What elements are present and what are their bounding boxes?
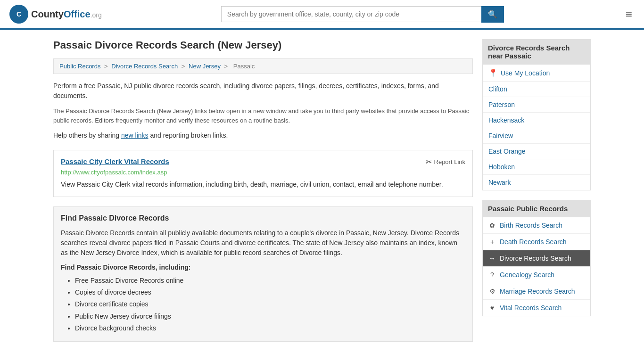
- description-1: Perform a free Passaic, NJ public divorc…: [53, 81, 473, 101]
- nearby-location-link[interactable]: Hoboken: [488, 163, 515, 171]
- find-passaic-list: Free Passaic Divorce Records onlineCopie…: [61, 275, 465, 334]
- nearby-location-link[interactable]: East Orange: [488, 148, 526, 155]
- nearby-location-item: Paterson: [483, 97, 590, 113]
- logo-text: CountyOffice.org: [31, 9, 102, 20]
- breadcrumb-sep3: >: [224, 63, 230, 70]
- nearby-location-link[interactable]: Fairview: [488, 132, 513, 140]
- record-description: View Passaic City Clerk vital records in…: [61, 180, 465, 189]
- pr-link[interactable]: Vital Records Search: [500, 304, 561, 312]
- logo-icon: C: [9, 5, 28, 24]
- list-item: Divorce certificate copies: [75, 298, 465, 310]
- nearby-location-item: Newark: [483, 175, 590, 190]
- record-url-link[interactable]: http://www.cityofpassaic.com/index.asp: [61, 169, 167, 176]
- find-passaic-description: Passaic Divorce Records contain all publ…: [61, 228, 465, 258]
- pr-link[interactable]: Genealogy Search: [500, 271, 554, 279]
- breadcrumb: Public Records > Divorce Records Search …: [53, 58, 473, 74]
- breadcrumb-passaic: Passaic: [233, 63, 255, 70]
- breadcrumb-public-records[interactable]: Public Records: [59, 63, 100, 70]
- find-passaic-list-title: Find Passaic Divorce Records, including:: [61, 263, 465, 271]
- location-pin-icon: 📍: [488, 68, 498, 77]
- record-title-link[interactable]: Passaic City Clerk Vital Records: [61, 157, 169, 165]
- search-input[interactable]: [221, 6, 481, 22]
- desc3-suffix: and reporting broken links.: [149, 132, 228, 139]
- pr-link[interactable]: Divorce Records Search: [500, 255, 571, 262]
- record-card: Passaic City Clerk Vital Records ✂ Repor…: [53, 150, 473, 197]
- search-area: 🔍: [221, 6, 504, 23]
- breadcrumb-sep2: >: [182, 63, 187, 70]
- public-records-item[interactable]: ↔Divorce Records Search: [483, 250, 590, 267]
- public-records-list: ✿Birth Records Search+Death Records Sear…: [482, 217, 591, 316]
- breadcrumb-divorce-records[interactable]: Divorce Records Search: [111, 63, 178, 70]
- header: C CountyOffice.org 🔍 ≡: [0, 0, 644, 30]
- pr-link[interactable]: Death Records Search: [500, 238, 567, 246]
- pr-icon: ⚙: [488, 288, 496, 295]
- use-my-location[interactable]: 📍 Use My Location: [483, 65, 590, 82]
- content: Passaic Divorce Records Search (New Jers…: [53, 39, 473, 349]
- public-records-section: Passaic Public Records ✿Birth Records Se…: [482, 200, 591, 316]
- description-3: Help others by sharing new links and rep…: [53, 131, 473, 140]
- pr-icon: ?: [488, 271, 496, 279]
- record-title: Passaic City Clerk Vital Records: [61, 157, 169, 165]
- pr-link[interactable]: Marriage Records Search: [500, 288, 575, 295]
- nearby-section: Divorce Records Search near Passaic 📍 Us…: [482, 39, 591, 190]
- record-url: http://www.cityofpassaic.com/index.asp: [61, 169, 465, 176]
- pr-link[interactable]: Birth Records Search: [500, 222, 562, 229]
- public-records-item[interactable]: ♥Vital Records Search: [483, 300, 590, 316]
- breadcrumb-new-jersey[interactable]: New Jersey: [189, 63, 221, 70]
- svg-text:C: C: [17, 10, 21, 18]
- desc3-prefix: Help others by sharing: [53, 132, 121, 139]
- nearby-location-item: Fairview: [483, 128, 590, 144]
- list-item: Free Passaic Divorce Records online: [75, 275, 465, 287]
- public-records-item[interactable]: ✿Birth Records Search: [483, 217, 590, 234]
- nearby-location-link[interactable]: Paterson: [488, 101, 515, 108]
- pr-icon: ✿: [488, 222, 496, 229]
- list-item: Divorce background checks: [75, 322, 465, 334]
- menu-icon[interactable]: ≡: [623, 5, 635, 23]
- nearby-list: 📍 Use My Location CliftonPatersonHackens…: [482, 65, 591, 190]
- nearby-location-item: Hackensack: [483, 113, 590, 128]
- breadcrumb-sep1: >: [104, 63, 109, 70]
- nearby-title: Divorce Records Search near Passaic: [482, 39, 591, 65]
- use-location-link[interactable]: Use My Location: [501, 69, 550, 77]
- find-passaic-title: Find Passaic Divorce Records: [61, 214, 465, 222]
- nearby-location-link[interactable]: Newark: [488, 179, 511, 186]
- pr-icon: ♥: [488, 304, 496, 312]
- new-links-link[interactable]: new links: [121, 132, 149, 139]
- search-button[interactable]: 🔍: [481, 6, 504, 23]
- nearby-location-link[interactable]: Hackensack: [488, 116, 524, 124]
- public-records-title: Passaic Public Records: [482, 200, 591, 217]
- list-item: Copies of divorce decrees: [75, 287, 465, 298]
- pr-icon: ↔: [488, 255, 496, 262]
- public-records-item[interactable]: ?Genealogy Search: [483, 267, 590, 283]
- find-passaic-box: Find Passaic Divorce Records Passaic Div…: [53, 206, 473, 342]
- nearby-location-item: Hoboken: [483, 159, 590, 175]
- pr-icon: +: [488, 238, 496, 246]
- nearby-location-item: East Orange: [483, 144, 590, 159]
- public-records-item[interactable]: +Death Records Search: [483, 234, 590, 250]
- page-title: Passaic Divorce Records Search (New Jers…: [53, 39, 473, 51]
- search-icon: 🔍: [488, 10, 497, 18]
- scissors-icon: ✂: [426, 157, 432, 166]
- public-records-item[interactable]: ⚙Marriage Records Search: [483, 283, 590, 300]
- nearby-location-item: Clifton: [483, 82, 590, 97]
- main-container: Passaic Divorce Records Search (New Jers…: [44, 30, 600, 358]
- list-item: Public New Jersey divorce filings: [75, 311, 465, 322]
- logo-area[interactable]: C CountyOffice.org: [9, 5, 102, 24]
- nearby-location-link[interactable]: Clifton: [488, 85, 507, 93]
- sidebar: Divorce Records Search near Passaic 📍 Us…: [482, 39, 591, 349]
- report-link-button[interactable]: ✂ Report Link: [426, 157, 465, 166]
- description-2: The Passaic Divorce Records Search (New …: [53, 107, 473, 125]
